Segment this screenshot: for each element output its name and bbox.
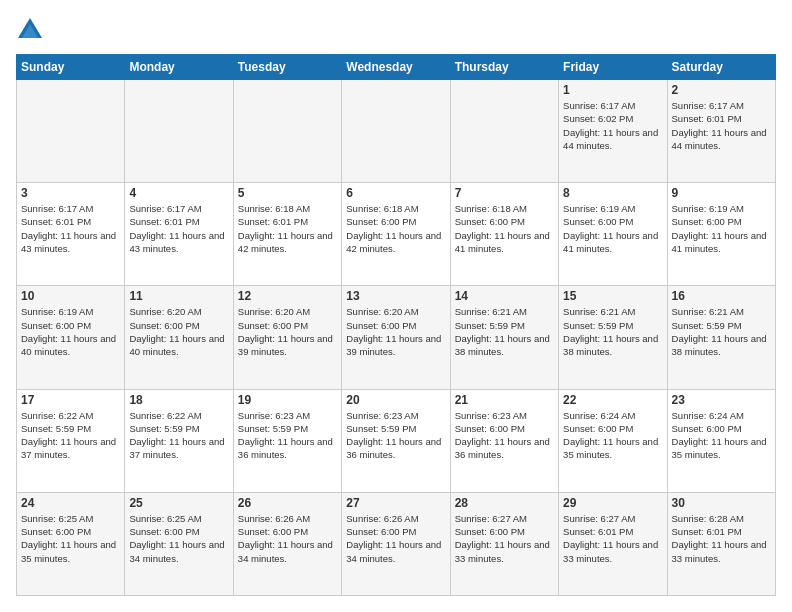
day-info: Sunrise: 6:19 AM Sunset: 6:00 PM Dayligh… (21, 305, 120, 358)
calendar-cell: 6Sunrise: 6:18 AM Sunset: 6:00 PM Daylig… (342, 183, 450, 286)
calendar-cell: 21Sunrise: 6:23 AM Sunset: 6:00 PM Dayli… (450, 389, 558, 492)
day-info: Sunrise: 6:23 AM Sunset: 5:59 PM Dayligh… (238, 409, 337, 462)
day-info: Sunrise: 6:22 AM Sunset: 5:59 PM Dayligh… (21, 409, 120, 462)
calendar-cell: 26Sunrise: 6:26 AM Sunset: 6:00 PM Dayli… (233, 492, 341, 595)
calendar-cell: 22Sunrise: 6:24 AM Sunset: 6:00 PM Dayli… (559, 389, 667, 492)
calendar-cell: 25Sunrise: 6:25 AM Sunset: 6:00 PM Dayli… (125, 492, 233, 595)
calendar-week-1: 1Sunrise: 6:17 AM Sunset: 6:02 PM Daylig… (17, 80, 776, 183)
day-number: 4 (129, 186, 228, 200)
calendar-cell: 1Sunrise: 6:17 AM Sunset: 6:02 PM Daylig… (559, 80, 667, 183)
calendar-cell: 13Sunrise: 6:20 AM Sunset: 6:00 PM Dayli… (342, 286, 450, 389)
calendar-body: 1Sunrise: 6:17 AM Sunset: 6:02 PM Daylig… (17, 80, 776, 596)
day-info: Sunrise: 6:27 AM Sunset: 6:00 PM Dayligh… (455, 512, 554, 565)
day-number: 13 (346, 289, 445, 303)
calendar-cell: 20Sunrise: 6:23 AM Sunset: 5:59 PM Dayli… (342, 389, 450, 492)
weekday-header-monday: Monday (125, 55, 233, 80)
day-number: 5 (238, 186, 337, 200)
calendar-cell: 30Sunrise: 6:28 AM Sunset: 6:01 PM Dayli… (667, 492, 775, 595)
day-info: Sunrise: 6:25 AM Sunset: 6:00 PM Dayligh… (129, 512, 228, 565)
calendar-cell: 24Sunrise: 6:25 AM Sunset: 6:00 PM Dayli… (17, 492, 125, 595)
day-number: 11 (129, 289, 228, 303)
day-info: Sunrise: 6:22 AM Sunset: 5:59 PM Dayligh… (129, 409, 228, 462)
calendar-cell: 9Sunrise: 6:19 AM Sunset: 6:00 PM Daylig… (667, 183, 775, 286)
calendar-cell: 18Sunrise: 6:22 AM Sunset: 5:59 PM Dayli… (125, 389, 233, 492)
day-number: 21 (455, 393, 554, 407)
day-number: 23 (672, 393, 771, 407)
day-number: 30 (672, 496, 771, 510)
calendar-cell (17, 80, 125, 183)
day-info: Sunrise: 6:26 AM Sunset: 6:00 PM Dayligh… (346, 512, 445, 565)
day-info: Sunrise: 6:21 AM Sunset: 5:59 PM Dayligh… (455, 305, 554, 358)
day-info: Sunrise: 6:20 AM Sunset: 6:00 PM Dayligh… (346, 305, 445, 358)
calendar-cell: 5Sunrise: 6:18 AM Sunset: 6:01 PM Daylig… (233, 183, 341, 286)
logo (16, 16, 46, 44)
calendar-cell: 14Sunrise: 6:21 AM Sunset: 5:59 PM Dayli… (450, 286, 558, 389)
day-info: Sunrise: 6:24 AM Sunset: 6:00 PM Dayligh… (672, 409, 771, 462)
logo-icon (16, 16, 44, 44)
day-number: 28 (455, 496, 554, 510)
calendar-week-2: 3Sunrise: 6:17 AM Sunset: 6:01 PM Daylig… (17, 183, 776, 286)
calendar-cell: 23Sunrise: 6:24 AM Sunset: 6:00 PM Dayli… (667, 389, 775, 492)
day-number: 20 (346, 393, 445, 407)
day-number: 2 (672, 83, 771, 97)
day-number: 9 (672, 186, 771, 200)
day-info: Sunrise: 6:18 AM Sunset: 6:01 PM Dayligh… (238, 202, 337, 255)
day-info: Sunrise: 6:17 AM Sunset: 6:01 PM Dayligh… (129, 202, 228, 255)
day-number: 7 (455, 186, 554, 200)
calendar-cell (450, 80, 558, 183)
calendar-cell: 27Sunrise: 6:26 AM Sunset: 6:00 PM Dayli… (342, 492, 450, 595)
weekday-header-wednesday: Wednesday (342, 55, 450, 80)
day-number: 18 (129, 393, 228, 407)
day-number: 3 (21, 186, 120, 200)
weekday-header-tuesday: Tuesday (233, 55, 341, 80)
day-number: 15 (563, 289, 662, 303)
calendar-cell: 17Sunrise: 6:22 AM Sunset: 5:59 PM Dayli… (17, 389, 125, 492)
calendar-cell: 15Sunrise: 6:21 AM Sunset: 5:59 PM Dayli… (559, 286, 667, 389)
calendar-cell: 16Sunrise: 6:21 AM Sunset: 5:59 PM Dayli… (667, 286, 775, 389)
calendar-cell: 12Sunrise: 6:20 AM Sunset: 6:00 PM Dayli… (233, 286, 341, 389)
day-number: 19 (238, 393, 337, 407)
day-number: 17 (21, 393, 120, 407)
day-info: Sunrise: 6:27 AM Sunset: 6:01 PM Dayligh… (563, 512, 662, 565)
calendar-header: SundayMondayTuesdayWednesdayThursdayFrid… (17, 55, 776, 80)
day-info: Sunrise: 6:20 AM Sunset: 6:00 PM Dayligh… (238, 305, 337, 358)
calendar-cell (125, 80, 233, 183)
calendar-cell: 7Sunrise: 6:18 AM Sunset: 6:00 PM Daylig… (450, 183, 558, 286)
calendar-cell: 29Sunrise: 6:27 AM Sunset: 6:01 PM Dayli… (559, 492, 667, 595)
calendar-cell: 11Sunrise: 6:20 AM Sunset: 6:00 PM Dayli… (125, 286, 233, 389)
day-number: 27 (346, 496, 445, 510)
day-number: 12 (238, 289, 337, 303)
day-info: Sunrise: 6:28 AM Sunset: 6:01 PM Dayligh… (672, 512, 771, 565)
day-number: 14 (455, 289, 554, 303)
calendar: SundayMondayTuesdayWednesdayThursdayFrid… (16, 54, 776, 596)
calendar-week-5: 24Sunrise: 6:25 AM Sunset: 6:00 PM Dayli… (17, 492, 776, 595)
calendar-cell: 10Sunrise: 6:19 AM Sunset: 6:00 PM Dayli… (17, 286, 125, 389)
day-number: 24 (21, 496, 120, 510)
day-info: Sunrise: 6:20 AM Sunset: 6:00 PM Dayligh… (129, 305, 228, 358)
day-number: 22 (563, 393, 662, 407)
calendar-cell (342, 80, 450, 183)
day-info: Sunrise: 6:18 AM Sunset: 6:00 PM Dayligh… (346, 202, 445, 255)
calendar-week-3: 10Sunrise: 6:19 AM Sunset: 6:00 PM Dayli… (17, 286, 776, 389)
calendar-cell: 19Sunrise: 6:23 AM Sunset: 5:59 PM Dayli… (233, 389, 341, 492)
weekday-header-saturday: Saturday (667, 55, 775, 80)
calendar-cell: 3Sunrise: 6:17 AM Sunset: 6:01 PM Daylig… (17, 183, 125, 286)
day-info: Sunrise: 6:23 AM Sunset: 5:59 PM Dayligh… (346, 409, 445, 462)
calendar-cell: 4Sunrise: 6:17 AM Sunset: 6:01 PM Daylig… (125, 183, 233, 286)
weekday-header-friday: Friday (559, 55, 667, 80)
day-info: Sunrise: 6:21 AM Sunset: 5:59 PM Dayligh… (672, 305, 771, 358)
calendar-week-4: 17Sunrise: 6:22 AM Sunset: 5:59 PM Dayli… (17, 389, 776, 492)
weekday-header-sunday: Sunday (17, 55, 125, 80)
calendar-cell: 28Sunrise: 6:27 AM Sunset: 6:00 PM Dayli… (450, 492, 558, 595)
day-number: 29 (563, 496, 662, 510)
day-info: Sunrise: 6:17 AM Sunset: 6:01 PM Dayligh… (672, 99, 771, 152)
weekday-row: SundayMondayTuesdayWednesdayThursdayFrid… (17, 55, 776, 80)
calendar-cell: 2Sunrise: 6:17 AM Sunset: 6:01 PM Daylig… (667, 80, 775, 183)
calendar-cell: 8Sunrise: 6:19 AM Sunset: 6:00 PM Daylig… (559, 183, 667, 286)
day-info: Sunrise: 6:19 AM Sunset: 6:00 PM Dayligh… (672, 202, 771, 255)
day-number: 16 (672, 289, 771, 303)
day-info: Sunrise: 6:17 AM Sunset: 6:01 PM Dayligh… (21, 202, 120, 255)
day-info: Sunrise: 6:21 AM Sunset: 5:59 PM Dayligh… (563, 305, 662, 358)
day-number: 8 (563, 186, 662, 200)
day-number: 6 (346, 186, 445, 200)
